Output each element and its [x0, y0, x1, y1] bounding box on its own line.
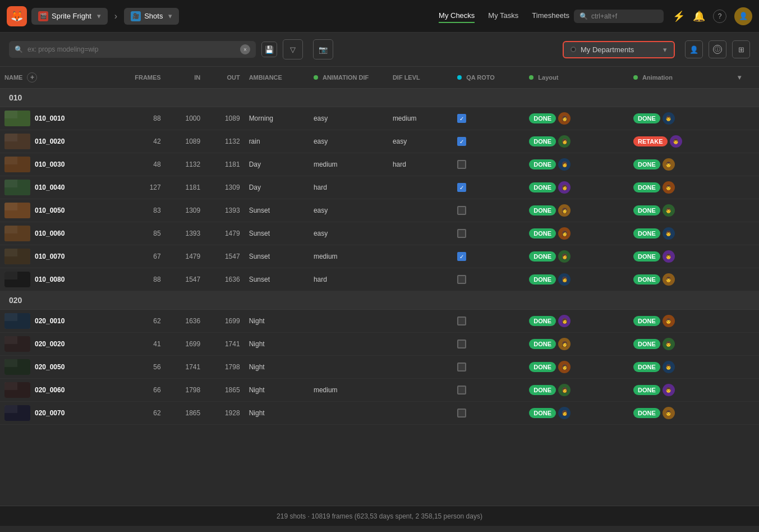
person-avatar: 👨 [663, 361, 675, 373]
cell-anim-diff [309, 402, 388, 425]
cell-qa-roto[interactable] [453, 107, 525, 130]
qa-roto-checkbox[interactable] [457, 137, 466, 146]
shot-name: 010_0020 [35, 137, 65, 145]
qa-roto-checkbox[interactable] [457, 409, 466, 418]
cell-qa-roto[interactable] [453, 176, 525, 199]
table-row[interactable]: 010_00706714791547SunsetmediumDONE👩DONE👨 [0, 245, 759, 268]
table-row[interactable]: 020_00505617411798NightDONE👩DONE👨 [0, 356, 759, 379]
cell-name: 020_0010 [0, 310, 115, 333]
cell-frames: 85 [115, 222, 165, 245]
layout-status-badge: DONE [529, 251, 556, 262]
cell-qa-roto[interactable] [453, 333, 525, 356]
dept-label: My Departments [581, 45, 659, 54]
cell-anim-diff [309, 310, 388, 333]
table-row[interactable]: 020_00606617981865NightmediumDONE👩DONE👨 [0, 379, 759, 402]
shot-name: 010_0050 [35, 207, 65, 214]
qa-roto-checkbox[interactable] [457, 114, 466, 123]
info-icon-button[interactable]: ⓘ [709, 40, 726, 58]
qa-roto-checkbox[interactable] [457, 363, 466, 372]
cell-layout: DONE👩 [525, 222, 629, 245]
cell-out: 1479 [205, 222, 244, 245]
qa-roto-checkbox[interactable] [457, 160, 466, 169]
nav-link-my-checks[interactable]: My Checks [439, 9, 475, 23]
nav-link-timesheets[interactable]: Timesheets [532, 9, 569, 23]
table-row[interactable]: 010_004012711811309DayhardDONE👩DONE👨 [0, 176, 759, 199]
shot-thumbnail [4, 382, 30, 398]
table-row[interactable]: 010_00808815471636SunsethardDONE👩DONE👨 [0, 268, 759, 291]
qa-roto-checkbox[interactable] [457, 229, 466, 238]
shot-thumbnail [4, 272, 30, 287]
cell-qa-roto[interactable] [453, 402, 525, 425]
top-nav: 🦊 🎬 Sprite Fright ▾ › 🎥 Shots ▾ My Check… [0, 0, 759, 33]
nav-link-my-tasks[interactable]: My Tasks [488, 9, 518, 23]
cell-name: 010_0020 [0, 130, 115, 153]
shot-thumbnail [4, 405, 30, 421]
global-search[interactable]: 🔍 ctrl+alt+f [574, 10, 664, 23]
cell-qa-roto[interactable] [453, 310, 525, 333]
dept-dropdown[interactable]: My Departments ▾ [563, 41, 675, 58]
table-row[interactable]: 020_00706218651928NightDONE👩DONE👨 [0, 402, 759, 425]
cell-qa-roto[interactable] [453, 356, 525, 379]
cell-qa-roto[interactable] [453, 130, 525, 153]
cell-frames: 62 [115, 402, 165, 425]
col-header-anim-diff: ANIMATION DIF [309, 67, 388, 89]
cell-in: 1000 [165, 107, 205, 130]
qa-roto-checkbox[interactable] [457, 275, 466, 284]
cell-out: 1132 [205, 130, 244, 153]
qa-roto-checkbox[interactable] [457, 317, 466, 325]
table-row[interactable]: 020_00106216361699NightDONE👩DONE👨 [0, 310, 759, 333]
layout-status-badge: DONE [529, 113, 556, 123]
cell-in: 1798 [165, 379, 205, 402]
snapshot-button[interactable]: 📷 [313, 39, 333, 59]
bell-icon[interactable]: 🔔 [693, 10, 705, 22]
col-header-ambiance: AMBIANCE [245, 67, 309, 89]
table-row[interactable]: 010_00508313091393SunseteasyDONE👩DONE👨 [0, 199, 759, 222]
person-icon-button[interactable]: 👤 [685, 40, 703, 58]
table-row[interactable]: 010_00204210891132raineasyeasyDONE👩RETAK… [0, 130, 759, 153]
table-row[interactable]: 020_00204116991741NightDONE👩DONE👨 [0, 333, 759, 356]
cell-dif-level [388, 356, 453, 379]
qa-roto-checkbox[interactable] [457, 206, 466, 215]
cell-qa-roto[interactable] [453, 199, 525, 222]
cell-in: 1636 [165, 310, 205, 333]
cell-qa-roto[interactable] [453, 245, 525, 268]
table-header: NAME + FRAMES IN OUT AMBIANCE ANIMATION … [0, 67, 759, 89]
layout-status-badge: DONE [529, 362, 556, 372]
cell-qa-roto[interactable] [453, 222, 525, 245]
filter-search-input[interactable] [27, 45, 236, 53]
filter-button[interactable]: ▽ [283, 39, 303, 59]
cell-qa-roto[interactable] [453, 268, 525, 291]
expand-cols-button[interactable]: ▾ [738, 74, 741, 81]
project-selector[interactable]: 🎬 Sprite Fright ▾ [31, 8, 108, 25]
qa-roto-checkbox[interactable] [457, 252, 466, 261]
entity-selector[interactable]: 🎥 Shots ▾ [124, 8, 179, 25]
cell-name: 020_0020 [0, 333, 115, 356]
cell-out: 1798 [205, 356, 244, 379]
table-row[interactable]: 010_00108810001089MorningeasymediumDONE👩… [0, 107, 759, 130]
grid-icon-button[interactable]: ⊞ [732, 40, 750, 58]
filter-search[interactable]: 🔍 × [9, 41, 256, 58]
cell-expand [733, 176, 759, 199]
qa-roto-checkbox[interactable] [457, 386, 466, 395]
qa-roto-checkbox[interactable] [457, 183, 466, 192]
table-row[interactable]: 010_00608513931479SunseteasyDONE👩DONE👨 [0, 222, 759, 245]
table-row[interactable]: 010_00304811321181DaymediumhardDONE👩DONE… [0, 153, 759, 176]
user-avatar[interactable]: 👤 [734, 7, 752, 25]
lightning-icon[interactable]: ⚡ [673, 10, 685, 22]
cell-anim-diff: easy [309, 107, 388, 130]
table-scroll-area[interactable]: NAME + FRAMES IN OUT AMBIANCE ANIMATION … [0, 67, 759, 506]
person-avatar: 👩 [558, 227, 571, 240]
add-column-button[interactable]: + [27, 72, 37, 82]
person-avatar: 👨 [663, 407, 675, 419]
clear-search-button[interactable]: × [240, 44, 250, 54]
cell-qa-roto[interactable] [453, 379, 525, 402]
help-icon[interactable]: ? [713, 10, 726, 23]
cell-dif-level [388, 222, 453, 245]
qa-roto-checkbox[interactable] [457, 340, 466, 348]
person-avatar: 👨 [663, 273, 675, 286]
cell-layout: DONE👩 [525, 130, 629, 153]
logo-button[interactable]: 🦊 [7, 6, 27, 26]
cell-qa-roto[interactable] [453, 153, 525, 176]
save-search-button[interactable]: 💾 [261, 42, 277, 57]
layout-status-badge: DONE [529, 408, 556, 418]
